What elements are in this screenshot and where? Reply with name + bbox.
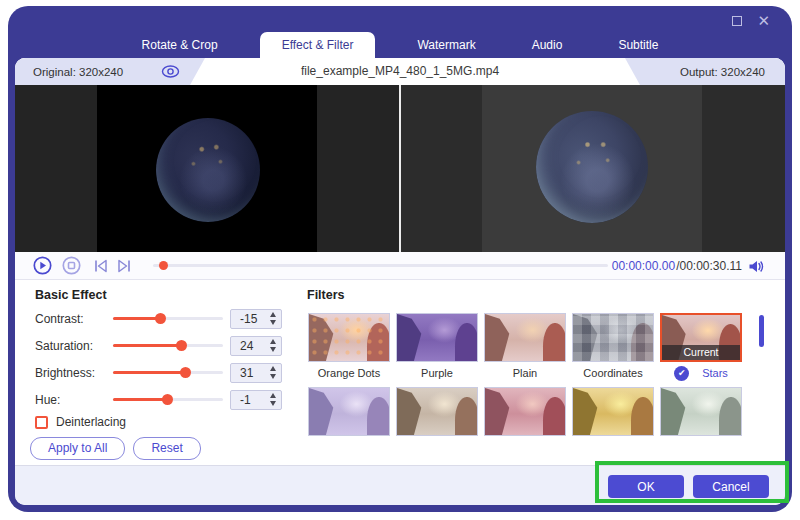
tab-subtitle[interactable]: Subtitle bbox=[604, 32, 672, 58]
saturation-slider-handle[interactable] bbox=[176, 340, 187, 351]
filter-purple[interactable]: Purple bbox=[396, 313, 478, 380]
brightness-spin-down-icon[interactable] bbox=[270, 374, 276, 379]
hue-slider[interactable] bbox=[113, 398, 223, 401]
volume-icon[interactable] bbox=[748, 259, 765, 274]
hue-row: Hue:-1 bbox=[35, 386, 285, 413]
hue-spin-down-icon[interactable] bbox=[270, 401, 276, 406]
basic-effect-title: Basic Effect bbox=[35, 288, 107, 302]
tab-audio[interactable]: Audio bbox=[518, 32, 577, 58]
current-time: 00:00:00.00 bbox=[612, 259, 675, 273]
filter-thumbnail[interactable] bbox=[308, 387, 390, 436]
filter-coordinates[interactable]: Coordinates bbox=[572, 313, 654, 380]
filter-thumbnail-thumbnail[interactable] bbox=[308, 387, 390, 436]
saturation-value-input[interactable]: 24 bbox=[230, 336, 282, 356]
filter-thumbnail-coordinates[interactable] bbox=[572, 313, 654, 362]
saturation-label: Saturation: bbox=[35, 339, 93, 353]
output-earth-image bbox=[536, 111, 648, 223]
contrast-row: Contrast:-15 bbox=[35, 305, 285, 332]
filter-thumbnail-thumbnail[interactable] bbox=[660, 387, 742, 436]
hue-slider-handle[interactable] bbox=[162, 394, 173, 405]
contrast-label: Contrast: bbox=[35, 312, 84, 326]
filter-thumbnail[interactable] bbox=[660, 387, 742, 436]
deinterlacing-label: Deinterlacing bbox=[56, 415, 126, 429]
brightness-value-input[interactable]: 31 bbox=[230, 363, 282, 383]
dialog-window: ✕ Rotate & CropEffect & FilterWatermarkA… bbox=[8, 6, 792, 512]
dialog-content: Original: 320x240 file_example_MP4_480_1… bbox=[15, 58, 785, 505]
filter-thumbnail-purple[interactable] bbox=[396, 313, 478, 362]
video-preview-area bbox=[15, 85, 785, 252]
stop-button[interactable] bbox=[62, 256, 81, 275]
filter-thumbnail[interactable] bbox=[396, 387, 478, 436]
playback-bar: 00:00:00.00/00:00:30.11 bbox=[15, 252, 785, 280]
filter-caption-orange-dots: Orange Dots bbox=[318, 366, 380, 380]
filter-stars[interactable]: Current✔Stars bbox=[660, 313, 742, 380]
selected-check-icon: ✔ bbox=[674, 366, 689, 381]
filters-row-1: Orange DotsPurplePlainCoordinatesCurrent… bbox=[308, 313, 742, 380]
tab-watermark[interactable]: Watermark bbox=[403, 32, 489, 58]
brightness-label: Brightness: bbox=[35, 366, 95, 380]
filters-title: Filters bbox=[307, 288, 345, 302]
filters-row-2 bbox=[308, 387, 742, 436]
preview-divider bbox=[399, 85, 401, 252]
hue-spin-up-icon[interactable] bbox=[270, 393, 276, 398]
contrast-spin-down-icon[interactable] bbox=[270, 320, 276, 325]
apply-to-all-button[interactable]: Apply to All bbox=[30, 437, 125, 460]
window-controls: ✕ bbox=[732, 15, 770, 27]
filter-thumbnail[interactable] bbox=[572, 387, 654, 436]
hue-label: Hue: bbox=[35, 393, 60, 407]
close-icon[interactable]: ✕ bbox=[757, 15, 770, 27]
tab-effect-filter[interactable]: Effect & Filter bbox=[260, 32, 376, 58]
output-resolution-tab: Output: 320x240 bbox=[625, 58, 785, 85]
tab-bar: Rotate & CropEffect & FilterWatermarkAud… bbox=[8, 32, 792, 58]
seek-handle[interactable] bbox=[159, 261, 168, 270]
ok-button[interactable]: OK bbox=[608, 475, 684, 498]
contrast-slider-handle[interactable] bbox=[155, 313, 166, 324]
maximize-icon[interactable] bbox=[732, 16, 742, 26]
filter-caption-plain: Plain bbox=[513, 366, 537, 380]
filter-caption-stars: ✔Stars bbox=[674, 366, 728, 380]
filter-thumbnail-thumbnail[interactable] bbox=[484, 387, 566, 436]
filter-caption-purple: Purple bbox=[421, 366, 453, 380]
filter-thumbnail-plain[interactable] bbox=[484, 313, 566, 362]
filter-thumbnail-thumbnail[interactable] bbox=[396, 387, 478, 436]
brightness-spin-up-icon[interactable] bbox=[270, 366, 276, 371]
total-time: /00:00:30.11 bbox=[676, 259, 742, 273]
next-frame-button[interactable] bbox=[117, 259, 131, 273]
current-filter-overlay: Current bbox=[662, 345, 740, 360]
reset-button[interactable]: Reset bbox=[133, 437, 200, 460]
seek-slider[interactable] bbox=[153, 264, 608, 267]
contrast-slider[interactable] bbox=[113, 317, 223, 320]
saturation-spin-down-icon[interactable] bbox=[270, 347, 276, 352]
filter-thumbnail[interactable] bbox=[484, 387, 566, 436]
tab-rotate-crop[interactable]: Rotate & Crop bbox=[128, 32, 232, 58]
effects-panel: Basic Effect Contrast:-15Saturation:24Br… bbox=[15, 280, 785, 465]
filters-scrollbar[interactable] bbox=[759, 315, 764, 347]
brightness-slider[interactable] bbox=[113, 371, 223, 374]
saturation-row: Saturation:24 bbox=[35, 332, 285, 359]
deinterlacing-row: Deinterlacing bbox=[35, 415, 126, 429]
filter-caption-coordinates: Coordinates bbox=[583, 366, 642, 380]
previous-frame-button[interactable] bbox=[94, 259, 108, 273]
brightness-row: Brightness:31 bbox=[35, 359, 285, 386]
original-earth-image bbox=[156, 118, 260, 222]
hue-value-input[interactable]: -1 bbox=[230, 390, 282, 410]
contrast-value-input[interactable]: -15 bbox=[230, 309, 282, 329]
filter-thumbnail-stars[interactable]: Current bbox=[660, 313, 742, 362]
play-button[interactable] bbox=[33, 256, 52, 275]
footer-bar: OK Cancel bbox=[15, 465, 785, 505]
basic-effect-rows: Contrast:-15Saturation:24Brightness:31Hu… bbox=[35, 305, 285, 413]
output-resolution-label: Output: 320x240 bbox=[680, 66, 765, 78]
contrast-spin-up-icon[interactable] bbox=[270, 312, 276, 317]
cancel-button[interactable]: Cancel bbox=[693, 475, 769, 498]
filter-thumbnail-thumbnail[interactable] bbox=[572, 387, 654, 436]
filter-orange-dots[interactable]: Orange Dots bbox=[308, 313, 390, 380]
filter-plain[interactable]: Plain bbox=[484, 313, 566, 380]
saturation-slider[interactable] bbox=[113, 344, 223, 347]
saturation-spin-up-icon[interactable] bbox=[270, 339, 276, 344]
brightness-slider-handle[interactable] bbox=[180, 367, 191, 378]
deinterlacing-checkbox[interactable] bbox=[35, 416, 48, 429]
preview-header: Original: 320x240 file_example_MP4_480_1… bbox=[15, 58, 785, 85]
filter-thumbnail-orange-dots[interactable] bbox=[308, 313, 390, 362]
